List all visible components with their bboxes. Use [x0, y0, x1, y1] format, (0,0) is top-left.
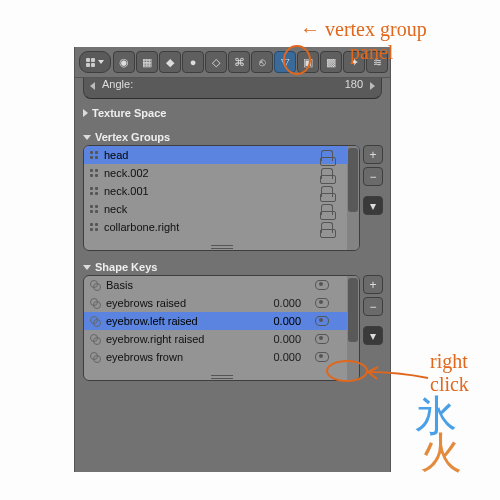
vertex-group-row[interactable]: neck.002: [84, 164, 359, 182]
vertex-group-icon: [90, 187, 98, 195]
shape-key-row[interactable]: Basis: [84, 276, 359, 294]
shape-key-name: Basis: [106, 279, 259, 291]
properties-header: ◉▦◆●◇⌘⎋▽▣▩✦≋: [75, 47, 390, 78]
mute-icon[interactable]: [315, 352, 329, 362]
shape-key-name: eyebrow.right raised: [106, 333, 259, 345]
shape-keys-header[interactable]: Shape Keys: [83, 259, 382, 275]
shape-key-icon: [90, 352, 100, 362]
editor-type-selector[interactable]: [79, 51, 111, 73]
texture-space-title: Texture Space: [92, 107, 166, 119]
vertex-group-name: collarbone.right: [104, 221, 315, 233]
physics-icon[interactable]: ≋: [366, 51, 388, 73]
vertex-group-name: head: [104, 149, 315, 161]
mute-icon[interactable]: [315, 334, 329, 344]
angle-value: 180: [345, 78, 363, 90]
vertex-groups-header[interactable]: Vertex Groups: [83, 129, 382, 145]
vertex-group-row[interactable]: neck: [84, 200, 359, 218]
particles-icon[interactable]: ✦: [343, 51, 365, 73]
lock-icon[interactable]: [321, 168, 333, 179]
shape-key-icon: [90, 298, 100, 308]
remove-button[interactable]: −: [363, 297, 383, 316]
vertex-groups-section: Vertex Groups headneck.002neck.001neckco…: [83, 129, 382, 251]
vertex-group-icon: [90, 169, 98, 177]
annotation-right: right click: [430, 350, 469, 396]
glyph-fire: 火: [420, 432, 462, 474]
vertex-groups-controls: + − ▾: [364, 145, 382, 251]
resize-handle[interactable]: [84, 373, 359, 380]
mute-icon[interactable]: [315, 316, 329, 326]
vertex-group-name: neck.002: [104, 167, 315, 179]
shape-keys-list[interactable]: Basiseyebrows raised0.000eyebrow.left ra…: [83, 275, 360, 381]
specials-menu-button[interactable]: ▾: [363, 326, 383, 345]
shape-key-icon: [90, 280, 100, 290]
shape-key-icon: [90, 316, 100, 326]
vertex-group-icon: [90, 223, 98, 231]
vertex-groups-icon[interactable]: ▽: [274, 51, 296, 73]
mute-icon[interactable]: [315, 280, 329, 290]
texture-space-section: Texture Space: [83, 105, 382, 121]
shape-key-value: 0.000: [265, 351, 301, 363]
angle-label: Angle:: [102, 78, 345, 90]
angle-field[interactable]: Angle: 180: [83, 78, 382, 99]
materials-icon[interactable]: ▣: [297, 51, 319, 73]
remove-button[interactable]: −: [363, 167, 383, 186]
shape-key-row[interactable]: eyebrows raised0.000: [84, 294, 359, 312]
lock-icon[interactable]: [321, 204, 333, 215]
shape-key-name: eyebrows raised: [106, 297, 259, 309]
scene-icon[interactable]: ◆: [159, 51, 181, 73]
constraints-icon[interactable]: ⌘: [228, 51, 250, 73]
shape-keys-title: Shape Keys: [95, 261, 157, 273]
chevron-down-icon: [98, 60, 104, 64]
layers-icon[interactable]: ▦: [136, 51, 158, 73]
scrollbar[interactable]: [347, 146, 359, 250]
vertex-groups-list[interactable]: headneck.002neck.001neckcollarbone.right: [83, 145, 360, 251]
lock-icon[interactable]: [321, 222, 333, 233]
world-icon[interactable]: ●: [182, 51, 204, 73]
render-icon[interactable]: ◉: [113, 51, 135, 73]
vertex-group-name: neck: [104, 203, 315, 215]
shape-key-value: 0.000: [265, 315, 301, 327]
disclosure-triangle-icon: [83, 109, 88, 117]
shape-keys-section: Shape Keys Basiseyebrows raised0.000eyeb…: [83, 259, 382, 381]
scrollbar[interactable]: [347, 276, 359, 380]
vertex-groups-title: Vertex Groups: [95, 131, 170, 143]
shape-key-name: eyebrows frown: [106, 351, 259, 363]
shape-key-row[interactable]: eyebrow.right raised0.000: [84, 330, 359, 348]
vertex-group-row[interactable]: neck.001: [84, 182, 359, 200]
vertex-group-row[interactable]: collarbone.right: [84, 218, 359, 236]
vertex-group-icon: [90, 151, 98, 159]
lock-icon[interactable]: [321, 150, 333, 161]
add-button[interactable]: +: [363, 145, 383, 164]
shape-key-value: 0.000: [265, 333, 301, 345]
disclosure-triangle-icon: [83, 265, 91, 270]
vertex-group-name: neck.001: [104, 185, 315, 197]
shape-keys-controls: + − ▾: [364, 275, 382, 381]
specials-menu-button[interactable]: ▾: [363, 196, 383, 215]
add-button[interactable]: +: [363, 275, 383, 294]
shape-key-name: eyebrow.left raised: [106, 315, 259, 327]
textures-icon[interactable]: ▩: [320, 51, 342, 73]
shape-key-value: 0.000: [265, 297, 301, 309]
properties-panel: ◉▦◆●◇⌘⎋▽▣▩✦≋ Angle: 180 Texture Space Ve…: [74, 47, 391, 472]
modifiers-icon[interactable]: ⎋: [251, 51, 273, 73]
lock-icon[interactable]: [321, 186, 333, 197]
vertex-group-icon: [90, 205, 98, 213]
disclosure-triangle-icon: [83, 135, 91, 140]
object-icon[interactable]: ◇: [205, 51, 227, 73]
resize-handle[interactable]: [84, 243, 359, 250]
texture-space-header[interactable]: Texture Space: [83, 105, 382, 121]
vertex-group-row[interactable]: head: [84, 146, 359, 164]
shape-key-row[interactable]: eyebrow.left raised0.000: [84, 312, 359, 330]
shape-key-row[interactable]: eyebrows frown0.000: [84, 348, 359, 366]
mute-icon[interactable]: [315, 298, 329, 308]
shape-key-icon: [90, 334, 100, 344]
